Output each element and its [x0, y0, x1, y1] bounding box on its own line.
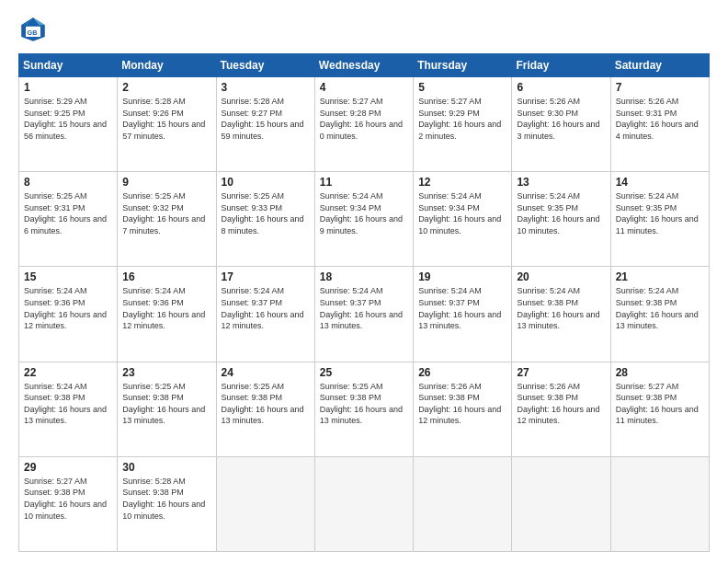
table-row: 12 Sunrise: 5:24 AMSunset: 9:34 PMDaylig… [414, 172, 512, 267]
day-number: 20 [517, 270, 605, 283]
day-info: Sunrise: 5:26 AMSunset: 9:38 PMDaylight:… [517, 381, 605, 427]
day-header-tuesday: Tuesday [216, 54, 314, 77]
day-info: Sunrise: 5:25 AMSunset: 9:38 PMDaylight:… [122, 381, 210, 427]
day-header-wednesday: Wednesday [314, 54, 413, 77]
day-info: Sunrise: 5:24 AMSunset: 9:34 PMDaylight:… [418, 190, 506, 236]
day-number: 7 [616, 81, 704, 94]
day-info: Sunrise: 5:24 AMSunset: 9:36 PMDaylight:… [122, 285, 210, 331]
table-row: 30 Sunrise: 5:28 AMSunset: 9:38 PMDaylig… [118, 456, 216, 551]
day-number: 29 [24, 461, 112, 474]
table-row: 3 Sunrise: 5:28 AMSunset: 9:27 PMDayligh… [216, 77, 314, 172]
day-number: 16 [122, 270, 210, 283]
day-number: 24 [222, 366, 310, 379]
logo: GB [18, 15, 51, 44]
table-row: 16 Sunrise: 5:24 AMSunset: 9:36 PMDaylig… [118, 267, 216, 362]
calendar: SundayMondayTuesdayWednesdayThursdayFrid… [18, 53, 710, 552]
table-row: 27 Sunrise: 5:26 AMSunset: 9:38 PMDaylig… [512, 362, 610, 456]
day-number: 13 [517, 176, 605, 189]
day-number: 30 [122, 461, 210, 474]
day-info: Sunrise: 5:26 AMSunset: 9:30 PMDaylight:… [517, 96, 605, 142]
day-header-sunday: Sunday [19, 54, 118, 77]
table-row: 14 Sunrise: 5:24 AMSunset: 9:35 PMDaylig… [610, 172, 709, 267]
svg-text:GB: GB [28, 29, 38, 37]
table-row [314, 456, 413, 551]
table-row: 13 Sunrise: 5:24 AMSunset: 9:35 PMDaylig… [512, 172, 610, 267]
day-info: Sunrise: 5:26 AMSunset: 9:38 PMDaylight:… [418, 381, 506, 427]
day-info: Sunrise: 5:24 AMSunset: 9:35 PMDaylight:… [616, 190, 704, 236]
table-row: 7 Sunrise: 5:26 AMSunset: 9:31 PMDayligh… [610, 77, 709, 172]
day-header-monday: Monday [118, 54, 216, 77]
day-info: Sunrise: 5:28 AMSunset: 9:26 PMDaylight:… [122, 96, 210, 142]
day-info: Sunrise: 5:25 AMSunset: 9:31 PMDaylight:… [24, 190, 112, 236]
day-info: Sunrise: 5:29 AMSunset: 9:25 PMDaylight:… [24, 96, 112, 142]
table-row: 18 Sunrise: 5:24 AMSunset: 9:37 PMDaylig… [314, 267, 413, 362]
day-number: 23 [122, 366, 210, 379]
day-number: 19 [418, 270, 506, 283]
table-row: 5 Sunrise: 5:27 AMSunset: 9:29 PMDayligh… [414, 77, 512, 172]
day-info: Sunrise: 5:24 AMSunset: 9:37 PMDaylight:… [320, 285, 408, 331]
day-number: 28 [616, 366, 704, 379]
day-number: 1 [24, 81, 112, 94]
table-row: 25 Sunrise: 5:25 AMSunset: 9:38 PMDaylig… [314, 362, 413, 456]
day-info: Sunrise: 5:27 AMSunset: 9:38 PMDaylight:… [616, 381, 704, 427]
table-row: 20 Sunrise: 5:24 AMSunset: 9:38 PMDaylig… [512, 267, 610, 362]
header: GB [18, 15, 710, 44]
day-number: 27 [517, 366, 605, 379]
table-row: 21 Sunrise: 5:24 AMSunset: 9:38 PMDaylig… [610, 267, 709, 362]
table-row [512, 456, 610, 551]
day-number: 18 [320, 270, 408, 283]
day-info: Sunrise: 5:25 AMSunset: 9:32 PMDaylight:… [122, 190, 210, 236]
day-header-thursday: Thursday [414, 54, 512, 77]
day-number: 17 [222, 270, 310, 283]
table-row [414, 456, 512, 551]
day-number: 21 [616, 270, 704, 283]
table-row: 23 Sunrise: 5:25 AMSunset: 9:38 PMDaylig… [118, 362, 216, 456]
table-row: 8 Sunrise: 5:25 AMSunset: 9:31 PMDayligh… [19, 172, 118, 267]
day-number: 9 [122, 176, 210, 189]
table-row: 17 Sunrise: 5:24 AMSunset: 9:37 PMDaylig… [216, 267, 314, 362]
day-info: Sunrise: 5:25 AMSunset: 9:38 PMDaylight:… [320, 381, 408, 427]
table-row [216, 456, 314, 551]
table-row: 1 Sunrise: 5:29 AMSunset: 9:25 PMDayligh… [19, 77, 118, 172]
day-info: Sunrise: 5:24 AMSunset: 9:37 PMDaylight:… [222, 285, 310, 331]
table-row: 26 Sunrise: 5:26 AMSunset: 9:38 PMDaylig… [414, 362, 512, 456]
table-row [610, 456, 709, 551]
day-info: Sunrise: 5:24 AMSunset: 9:38 PMDaylight:… [24, 381, 112, 427]
day-info: Sunrise: 5:24 AMSunset: 9:38 PMDaylight:… [616, 285, 704, 331]
day-number: 5 [418, 81, 506, 94]
day-number: 15 [24, 270, 112, 283]
day-number: 4 [320, 81, 408, 94]
table-row: 28 Sunrise: 5:27 AMSunset: 9:38 PMDaylig… [610, 362, 709, 456]
day-info: Sunrise: 5:24 AMSunset: 9:38 PMDaylight:… [517, 285, 605, 331]
day-number: 3 [222, 81, 310, 94]
day-number: 12 [418, 176, 506, 189]
day-info: Sunrise: 5:28 AMSunset: 9:38 PMDaylight:… [122, 476, 210, 522]
day-info: Sunrise: 5:24 AMSunset: 9:37 PMDaylight:… [418, 285, 506, 331]
table-row: 11 Sunrise: 5:24 AMSunset: 9:34 PMDaylig… [314, 172, 413, 267]
table-row: 15 Sunrise: 5:24 AMSunset: 9:36 PMDaylig… [19, 267, 118, 362]
table-row: 24 Sunrise: 5:25 AMSunset: 9:38 PMDaylig… [216, 362, 314, 456]
day-header-saturday: Saturday [610, 54, 709, 77]
day-number: 22 [24, 366, 112, 379]
day-info: Sunrise: 5:24 AMSunset: 9:36 PMDaylight:… [24, 285, 112, 331]
day-number: 25 [320, 366, 408, 379]
table-row: 6 Sunrise: 5:26 AMSunset: 9:30 PMDayligh… [512, 77, 610, 172]
table-row: 9 Sunrise: 5:25 AMSunset: 9:32 PMDayligh… [118, 172, 216, 267]
day-info: Sunrise: 5:27 AMSunset: 9:38 PMDaylight:… [24, 476, 112, 522]
day-number: 14 [616, 176, 704, 189]
day-number: 6 [517, 81, 605, 94]
day-number: 11 [320, 176, 408, 189]
day-info: Sunrise: 5:24 AMSunset: 9:34 PMDaylight:… [320, 190, 408, 236]
day-number: 26 [418, 366, 506, 379]
day-info: Sunrise: 5:27 AMSunset: 9:28 PMDaylight:… [320, 96, 408, 142]
table-row: 22 Sunrise: 5:24 AMSunset: 9:38 PMDaylig… [19, 362, 118, 456]
day-number: 2 [122, 81, 210, 94]
day-info: Sunrise: 5:24 AMSunset: 9:35 PMDaylight:… [517, 190, 605, 236]
day-info: Sunrise: 5:26 AMSunset: 9:31 PMDaylight:… [616, 96, 704, 142]
day-info: Sunrise: 5:25 AMSunset: 9:33 PMDaylight:… [222, 190, 310, 236]
day-info: Sunrise: 5:28 AMSunset: 9:27 PMDaylight:… [222, 96, 310, 142]
table-row: 4 Sunrise: 5:27 AMSunset: 9:28 PMDayligh… [314, 77, 413, 172]
table-row: 2 Sunrise: 5:28 AMSunset: 9:26 PMDayligh… [118, 77, 216, 172]
day-number: 10 [222, 176, 310, 189]
day-number: 8 [24, 176, 112, 189]
